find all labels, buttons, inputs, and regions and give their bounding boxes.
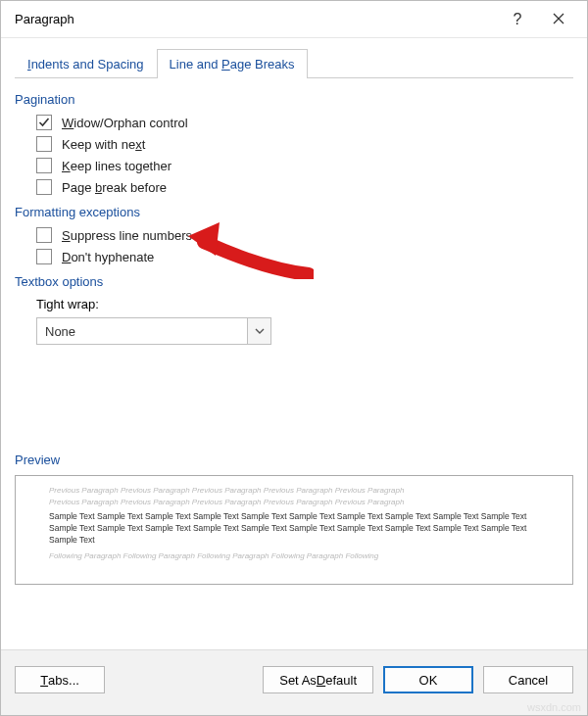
option-widow-orphan[interactable]: Widow/Orphan control <box>36 115 573 130</box>
dialog-title: Paragraph <box>9 12 497 26</box>
label-dont-hyphenate: Don't hyphenate <box>62 250 154 264</box>
option-suppress-line-numbers[interactable]: Suppress line numbers <box>36 227 573 243</box>
label-keep-lines-together: Keep lines together <box>62 159 172 173</box>
label-page-break-before: Page break before <box>62 180 167 195</box>
tight-wrap-label: Tight wrap: <box>36 297 573 311</box>
checkbox-page-break-before[interactable] <box>36 179 52 195</box>
label-suppress-line-numbers: Suppress line numbers <box>62 228 192 243</box>
tab-line-page-breaks[interactable]: Line and Page Breaks <box>157 49 308 78</box>
chevron-down-icon <box>255 326 265 336</box>
checkbox-keep-lines-together[interactable] <box>36 158 52 173</box>
checkbox-dont-hyphenate[interactable] <box>36 249 52 264</box>
checkbox-keep-with-next[interactable] <box>36 136 52 152</box>
tab-indents-spacing[interactable]: IIndents and Spacingndents and Spacing <box>15 49 157 78</box>
dialog-body: IIndents and Spacingndents and Spacing L… <box>1 38 587 649</box>
preview-box: Previous Paragraph Previous Paragraph Pr… <box>15 475 573 585</box>
checkbox-suppress-line-numbers[interactable] <box>36 227 52 243</box>
option-keep-with-next[interactable]: Keep with next <box>36 136 573 152</box>
tab-strip: IIndents and Spacingndents and Spacing L… <box>15 48 573 78</box>
section-textbox: Textbox options <box>15 274 573 289</box>
option-page-break-before[interactable]: Page break before <box>36 179 573 195</box>
help-button[interactable]: ? <box>497 11 538 28</box>
ok-button[interactable]: OK <box>383 666 473 693</box>
section-formatting: Formatting exceptions <box>15 205 573 219</box>
dialog-footer: Tabs... Set As Default OK Cancel <box>1 649 587 715</box>
tight-wrap-dropdown-button[interactable] <box>247 318 270 344</box>
close-button[interactable] <box>538 11 579 28</box>
preview-prev-1: Previous Paragraph Previous Paragraph Pr… <box>49 485 539 496</box>
option-keep-lines-together[interactable]: Keep lines together <box>36 158 573 173</box>
tight-wrap-value: None <box>37 324 247 339</box>
cancel-button[interactable]: Cancel <box>483 666 573 693</box>
label-keep-with-next: Keep with next <box>62 137 145 152</box>
set-as-default-button[interactable]: Set As Default <box>263 666 373 693</box>
tight-wrap-combo[interactable]: None <box>36 317 271 345</box>
option-dont-hyphenate[interactable]: Don't hyphenate <box>36 249 573 264</box>
tabs-button[interactable]: Tabs... <box>15 666 105 693</box>
close-icon <box>553 13 564 24</box>
paragraph-dialog: Paragraph ? IIndents and Spacingndents a… <box>0 0 588 716</box>
titlebar: Paragraph ? <box>1 1 587 38</box>
section-preview: Preview <box>15 453 573 467</box>
preview-sample: Sample Text Sample Text Sample Text Samp… <box>49 511 539 547</box>
section-pagination: Pagination <box>15 92 573 107</box>
checkbox-widow-orphan[interactable] <box>36 115 52 130</box>
preview-follow-1: Following Paragraph Following Paragraph … <box>49 550 539 561</box>
preview-prev-2: Previous Paragraph Previous Paragraph Pr… <box>49 497 539 507</box>
label-widow-orphan: Widow/Orphan control <box>62 116 188 130</box>
